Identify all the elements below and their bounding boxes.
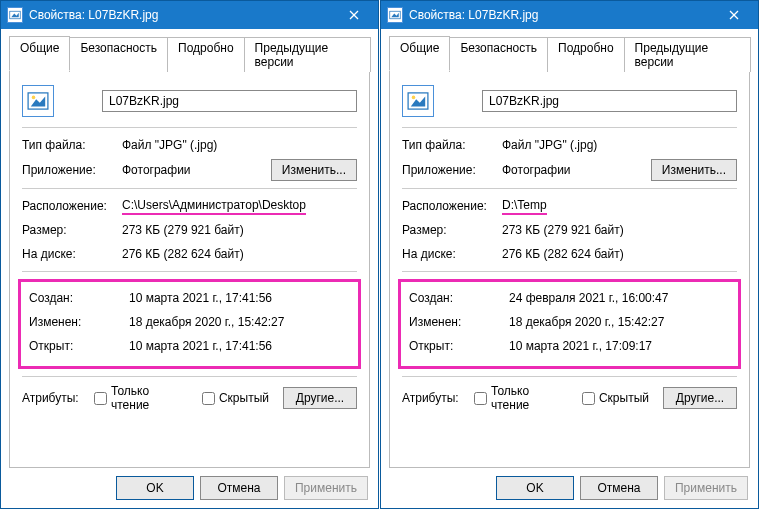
separator [22,376,357,377]
size-on-disk-label: На диске: [22,247,122,261]
close-button[interactable] [332,1,376,29]
titlebar[interactable]: Свойства: L07BzKR.jpg [381,1,758,29]
tab-security[interactable]: Безопасность [69,37,168,72]
file-type-icon [22,85,54,117]
tab-panel: Тип файла: Файл "JPG" (.jpg) Приложение:… [9,70,370,468]
tab-previous-versions[interactable]: Предыдущие версии [624,37,751,72]
created-value: 24 февраля 2021 г., 16:00:47 [509,291,730,305]
timestamps-highlight: Создан: 10 марта 2021 г., 17:41:56 Измен… [18,279,361,369]
created-value: 10 марта 2021 г., 17:41:56 [129,291,350,305]
readonly-checkbox[interactable]: Только чтение [474,384,568,412]
ok-button[interactable]: OK [496,476,574,500]
created-label: Создан: [29,291,129,305]
modified-value: 18 декабря 2020 г., 15:42:27 [129,315,350,329]
tab-strip: Общие Безопасность Подробно Предыдущие в… [9,35,370,70]
application-label: Приложение: [22,163,122,177]
file-type-label: Тип файла: [402,138,502,152]
application-label: Приложение: [402,163,502,177]
separator [22,271,357,272]
window-title: Свойства: L07BzKR.jpg [409,8,712,22]
attributes-label: Атрибуты: [22,391,94,405]
svg-point-13 [412,96,416,100]
size-on-disk-value: 276 КБ (282 624 байт) [122,247,357,261]
location-highlight: C:\Users\Администратор\Desktop [122,198,306,215]
dialog-buttons: OK Отмена Применить [389,468,750,500]
size-on-disk-value: 276 КБ (282 624 байт) [502,247,737,261]
tab-strip: Общие Безопасность Подробно Предыдущие в… [389,35,750,70]
tab-panel: Тип файла: Файл "JPG" (.jpg) Приложение:… [389,70,750,468]
modified-value: 18 декабря 2020 г., 15:42:27 [509,315,730,329]
tab-security[interactable]: Безопасность [449,37,548,72]
hidden-checkbox[interactable]: Скрытый [582,391,649,405]
readonly-checkbox-input[interactable] [474,392,487,405]
hidden-checkbox-input[interactable] [582,392,595,405]
size-on-disk-label: На диске: [402,247,502,261]
modified-label: Изменен: [29,315,129,329]
apply-button[interactable]: Применить [664,476,748,500]
accessed-label: Открыт: [409,339,509,353]
size-value: 273 КБ (279 921 байт) [122,223,357,237]
window-title: Свойства: L07BzKR.jpg [29,8,332,22]
file-type-value: Файл "JPG" (.jpg) [502,138,737,152]
titlebar[interactable]: Свойства: L07BzKR.jpg [1,1,378,29]
readonly-checkbox-input[interactable] [94,392,107,405]
cancel-button[interactable]: Отмена [200,476,278,500]
change-app-button[interactable]: Изменить... [651,159,737,181]
client-area: Общие Безопасность Подробно Предыдущие в… [1,29,378,508]
change-app-button[interactable]: Изменить... [271,159,357,181]
readonly-checkbox[interactable]: Только чтение [94,384,188,412]
apply-button[interactable]: Применить [284,476,368,500]
location-value: D:\Temp [502,198,737,215]
size-label: Размер: [402,223,502,237]
location-label: Расположение: [22,199,122,213]
location-label: Расположение: [402,199,502,213]
app-icon [7,7,23,23]
separator [22,188,357,189]
tab-previous-versions[interactable]: Предыдущие версии [244,37,371,72]
size-label: Размер: [22,223,122,237]
created-label: Создан: [409,291,509,305]
application-value: Фотографии [122,163,271,177]
tab-details[interactable]: Подробно [167,37,245,72]
readonly-checkbox-label: Только чтение [491,384,568,412]
svg-point-6 [32,96,36,100]
separator [402,376,737,377]
accessed-label: Открыт: [29,339,129,353]
size-value: 273 КБ (279 921 байт) [502,223,737,237]
location-highlight: D:\Temp [502,198,547,215]
tab-general[interactable]: Общие [389,36,450,71]
separator [402,127,737,128]
advanced-button[interactable]: Другие... [663,387,737,409]
file-type-label: Тип файла: [22,138,122,152]
modified-label: Изменен: [409,315,509,329]
timestamps-highlight: Создан: 24 февраля 2021 г., 16:00:47 Изм… [398,279,741,369]
filename-input[interactable] [102,90,357,112]
filename-input[interactable] [482,90,737,112]
close-button[interactable] [712,1,756,29]
hidden-checkbox-label: Скрытый [599,391,649,405]
hidden-checkbox[interactable]: Скрытый [202,391,269,405]
dialog-buttons: OK Отмена Применить [9,468,370,500]
properties-dialog-left: Свойства: L07BzKR.jpg Общие Безопасность… [0,0,379,509]
separator [402,271,737,272]
application-value: Фотографии [502,163,651,177]
accessed-value: 10 марта 2021 г., 17:09:17 [509,339,730,353]
file-type-value: Файл "JPG" (.jpg) [122,138,357,152]
accessed-value: 10 марта 2021 г., 17:41:56 [129,339,350,353]
cancel-button[interactable]: Отмена [580,476,658,500]
hidden-checkbox-input[interactable] [202,392,215,405]
client-area: Общие Безопасность Подробно Предыдущие в… [381,29,758,508]
separator [22,127,357,128]
location-value: C:\Users\Администратор\Desktop [122,198,357,215]
file-type-icon [402,85,434,117]
properties-dialog-right: Свойства: L07BzKR.jpg Общие Безопасность… [380,0,759,509]
ok-button[interactable]: OK [116,476,194,500]
tab-general[interactable]: Общие [9,36,70,71]
readonly-checkbox-label: Только чтение [111,384,188,412]
hidden-checkbox-label: Скрытый [219,391,269,405]
tab-details[interactable]: Подробно [547,37,625,72]
advanced-button[interactable]: Другие... [283,387,357,409]
separator [402,188,737,189]
app-icon [387,7,403,23]
attributes-label: Атрибуты: [402,391,474,405]
